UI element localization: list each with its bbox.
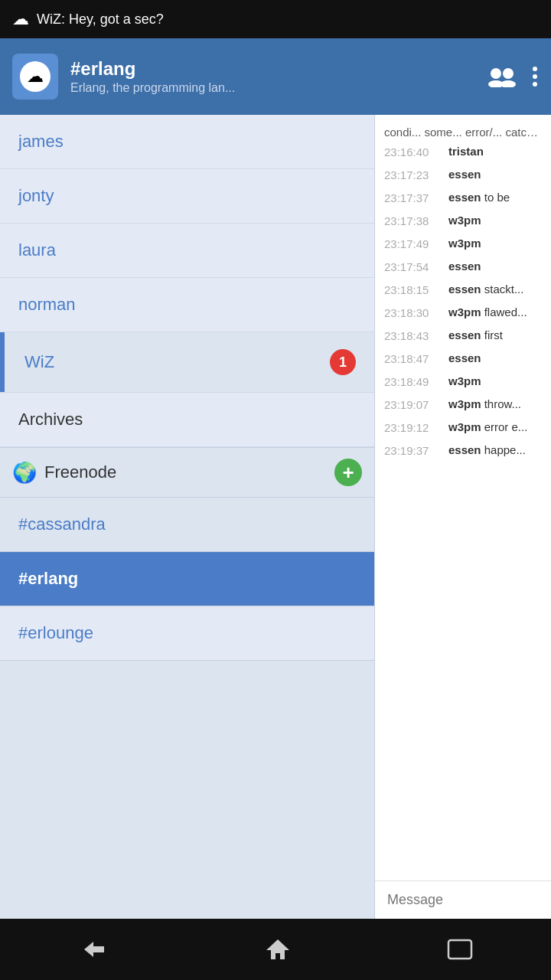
chat-message-13: 23:19:37 essen happe... xyxy=(375,439,551,462)
recent-apps-button[interactable] xyxy=(424,931,496,968)
toolbar-title-area: #erlang Erlang, the programming lan... xyxy=(70,58,488,95)
message-input-area xyxy=(375,880,551,919)
svg-point-3 xyxy=(500,80,516,87)
svg-rect-7 xyxy=(448,940,471,959)
main-area: james jonty laura norman WiZ 1 Archive xyxy=(0,115,551,919)
chat-message-4: 23:17:49 w3pm xyxy=(375,232,551,255)
chat-message-11: 23:19:07 w3pm throw... xyxy=(375,393,551,416)
server-name: Freenode xyxy=(44,462,334,482)
status-bar: ☁ WiZ: Hey, got a sec? xyxy=(0,0,551,38)
dm-item-wiz[interactable]: WiZ 1 xyxy=(0,332,374,393)
chat-message-0: 23:16:40 tristan xyxy=(375,140,551,163)
home-button[interactable] xyxy=(242,930,314,969)
dm-item-archives[interactable]: Archives xyxy=(0,393,374,447)
chat-message-6: 23:18:15 essen stackt... xyxy=(375,278,551,301)
chat-message-10: 23:18:49 w3pm xyxy=(375,370,551,393)
channel-item-erlounge[interactable]: #erlounge xyxy=(0,606,374,661)
selected-indicator xyxy=(0,332,5,392)
dm-item-norman[interactable]: norman xyxy=(0,278,374,332)
toolbar-icons xyxy=(488,65,539,88)
svg-point-5 xyxy=(533,74,537,79)
chat-message-1: 23:17:23 essen xyxy=(375,163,551,186)
svg-point-1 xyxy=(503,68,514,79)
server-header: 🌍 Freenode + xyxy=(0,447,374,498)
chat-message-8: 23:18:43 essen first xyxy=(375,324,551,347)
app-logo: ☁ xyxy=(12,54,58,100)
chat-message-5: 23:17:54 essen xyxy=(375,255,551,278)
status-bar-text: WiZ: Hey, got a sec? xyxy=(37,11,164,28)
chat-panel: condi... some... error/... catch... 23:1… xyxy=(375,115,551,919)
dm-item-james[interactable]: james xyxy=(0,115,374,169)
channel-list: #cassandra #erlang #erlounge xyxy=(0,498,374,919)
chat-message-9: 23:18:47 essen xyxy=(375,347,551,370)
top-partial-message: condi... some... error/... catch... xyxy=(375,121,551,140)
channel-desc: Erlang, the programming lan... xyxy=(70,81,488,95)
dm-item-jonty[interactable]: jonty xyxy=(0,169,374,224)
svg-point-0 xyxy=(491,68,501,79)
channel-item-cassandra[interactable]: #cassandra xyxy=(0,498,374,552)
svg-point-4 xyxy=(533,67,537,71)
toolbar: ☁ #erlang Erlang, the programming lan... xyxy=(0,38,551,115)
chat-message-7: 23:18:30 w3pm flawed... xyxy=(375,301,551,324)
back-button[interactable] xyxy=(55,931,132,968)
svg-point-6 xyxy=(533,82,537,87)
dm-list: james jonty laura norman WiZ 1 Archive xyxy=(0,115,374,447)
logo-cloud-icon: ☁ xyxy=(20,61,51,92)
more-options-button[interactable] xyxy=(531,65,539,88)
chat-message-3: 23:17:38 w3pm xyxy=(375,209,551,232)
message-input[interactable] xyxy=(387,892,539,908)
chat-messages: condi... some... error/... catch... 23:1… xyxy=(375,115,551,880)
nav-bar xyxy=(0,919,551,980)
dm-item-laura[interactable]: laura xyxy=(0,224,374,278)
add-channel-button[interactable]: + xyxy=(334,459,362,486)
unread-badge: 1 xyxy=(330,349,356,375)
channel-item-erlang[interactable]: #erlang xyxy=(0,552,374,606)
chat-message-2: 23:17:37 essen to be xyxy=(375,186,551,209)
server-globe-icon: 🌍 xyxy=(12,461,37,485)
channel-name: #erlang xyxy=(70,58,488,80)
cloud-icon: ☁ xyxy=(12,9,29,29)
sidebar: james jonty laura norman WiZ 1 Archive xyxy=(0,115,375,919)
members-button[interactable] xyxy=(488,66,516,87)
chat-message-12: 23:19:12 w3pm error e... xyxy=(375,416,551,439)
